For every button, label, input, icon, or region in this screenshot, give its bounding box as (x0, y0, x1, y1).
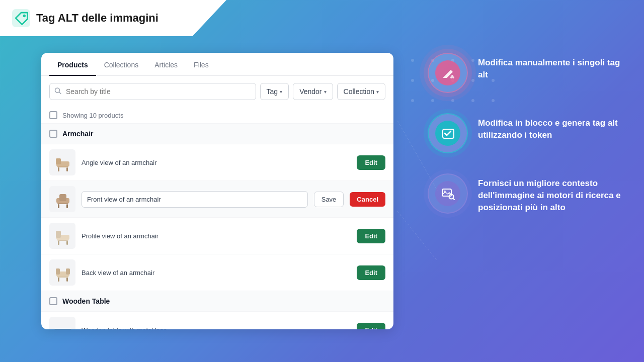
collection-filter-button[interactable]: Collection ▾ (337, 83, 385, 100)
feature-item-1: Modifica manualmente i singoli tag alt (428, 53, 629, 93)
svg-line-20 (59, 92, 61, 94)
svg-rect-25 (66, 167, 68, 171)
svg-rect-33 (56, 231, 61, 238)
svg-point-12 (411, 99, 414, 102)
save-button[interactable]: Save (314, 192, 344, 207)
svg-rect-42 (54, 329, 71, 329)
wooden-table-group-name: Wooden Table (62, 297, 110, 305)
svg-point-1 (23, 15, 26, 17)
filter-bar: Tag ▾ Vendor ▾ Collection ▾ (41, 76, 393, 107)
product-thumbnail (49, 317, 75, 329)
main-panel: Products Collections Articles Files Tag … (41, 53, 393, 329)
search-icon (54, 87, 61, 96)
tag-icon (12, 9, 30, 27)
search-wrapper (49, 83, 256, 100)
svg-rect-23 (56, 158, 61, 164)
tab-collections[interactable]: Collections (96, 53, 146, 76)
tab-files[interactable]: Files (186, 53, 217, 76)
feature-circle-2 (428, 113, 468, 153)
svg-rect-29 (58, 204, 59, 208)
product-thumbnail (49, 223, 75, 249)
feature-item-2: Modifica in blocco e genera tag alt util… (428, 113, 629, 153)
tab-products[interactable]: Products (49, 53, 96, 76)
feature-circle-3 (428, 173, 468, 214)
svg-rect-41 (66, 278, 68, 282)
image-search-icon (435, 181, 460, 206)
vendor-filter-button[interactable]: Vendor ▾ (293, 83, 333, 100)
svg-point-2 (411, 59, 414, 62)
armchair-group-name: Armchair (62, 130, 93, 138)
edit-button[interactable]: Edit (357, 265, 385, 280)
svg-rect-24 (58, 167, 59, 171)
select-all-checkbox[interactable] (49, 111, 57, 119)
app-header: Tag ALT delle immagini (0, 0, 226, 36)
feature-text-1: Modifica manualmente i singoli tag alt (478, 53, 629, 81)
feature-text-2: Modifica in blocco e genera tag alt util… (478, 113, 629, 141)
cancel-button[interactable]: Cancel (350, 192, 385, 207)
list-item: Wooden table with metal legs Edit (41, 312, 393, 329)
svg-point-7 (411, 79, 414, 82)
feature-circle-1 (428, 53, 468, 93)
showing-row: Showing 10 products (41, 107, 393, 124)
svg-line-18 (397, 211, 438, 261)
product-alt-text: Profile view of an armchair (82, 232, 351, 240)
features-panel: Modifica manualmente i singoli tag alt M… (428, 53, 629, 214)
armchair-group-checkbox[interactable] (49, 130, 57, 138)
svg-line-54 (453, 198, 454, 200)
list-item: Angle view of an armchair Edit (41, 144, 393, 181)
group-header-wooden-table: Wooden Table (41, 291, 393, 312)
edit-icon (435, 60, 460, 85)
svg-rect-30 (66, 204, 68, 208)
edit-button[interactable]: Edit (357, 323, 385, 330)
showing-count: Showing 10 products (62, 112, 123, 119)
search-input[interactable] (49, 83, 256, 100)
tag-label: Tag (267, 87, 278, 96)
feature-item-3: Fornisci un migliore contesto dell'immag… (428, 173, 629, 214)
list-item: Profile view of an armchair Edit (41, 218, 393, 254)
product-alt-text: Angle view of an armchair (82, 159, 351, 166)
alt-text-input[interactable] (82, 191, 308, 208)
tab-bar: Products Collections Articles Files (41, 53, 393, 76)
svg-rect-35 (66, 241, 68, 245)
product-thumbnail (49, 259, 75, 286)
feature-text-3: Fornisci un migliore contesto dell'immag… (478, 173, 629, 213)
product-thumbnail (49, 186, 75, 212)
tag-chevron-icon: ▾ (280, 89, 282, 95)
tag-filter-button[interactable]: Tag ▾ (260, 83, 289, 100)
collection-chevron-icon: ▾ (376, 89, 379, 95)
list-item: Save Cancel (41, 181, 393, 218)
product-alt-text: Back view of an armchair (82, 269, 351, 277)
product-thumbnail (49, 149, 75, 175)
group-header-armchair: Armchair (41, 124, 393, 144)
check-icon (435, 121, 460, 146)
list-item: Back view of an armchair Edit (41, 254, 393, 291)
svg-rect-39 (66, 268, 70, 275)
svg-rect-40 (58, 278, 59, 282)
svg-rect-38 (56, 268, 60, 275)
wooden-table-group-checkbox[interactable] (49, 297, 57, 305)
edit-button[interactable]: Edit (357, 155, 385, 170)
product-list: Showing 10 products Armchair Angle view … (41, 107, 393, 329)
app-title: Tag ALT delle immagini (36, 12, 158, 25)
svg-rect-28 (59, 194, 66, 201)
collection-label: Collection (344, 87, 374, 96)
svg-point-49 (451, 75, 453, 77)
edit-button[interactable]: Edit (357, 229, 385, 243)
svg-rect-34 (58, 241, 59, 245)
vendor-chevron-icon: ▾ (324, 89, 327, 95)
tab-articles[interactable]: Articles (146, 53, 186, 76)
product-alt-text: Wooden table with metal legs (82, 326, 351, 330)
vendor-label: Vendor (299, 87, 321, 96)
